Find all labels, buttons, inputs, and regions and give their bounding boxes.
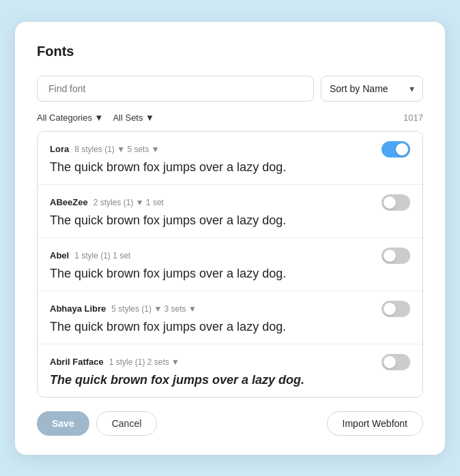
font-styles: 5 styles (1) ▼ 3 sets ▼ xyxy=(111,304,196,314)
font-styles: 1 style (1) 2 sets ▼ xyxy=(109,357,179,367)
font-item: Lora 8 styles (1) ▼ 5 sets ▼ The quick b… xyxy=(38,132,422,185)
font-name: Abel xyxy=(50,250,69,261)
toggle-thumb xyxy=(384,303,396,315)
fonts-dialog: Fonts Sort by Name ▾ All Categories ▼ Al… xyxy=(15,22,445,455)
font-meta-left: ABeeZee 2 styles (1) ▼ 1 set xyxy=(50,197,164,207)
font-toggle[interactable] xyxy=(382,248,410,264)
font-item: ABeeZee 2 styles (1) ▼ 1 set The quick b… xyxy=(38,185,422,238)
font-styles: 1 style (1) 1 set xyxy=(74,251,130,261)
font-list: Lora 8 styles (1) ▼ 5 sets ▼ The quick b… xyxy=(37,131,423,398)
filter-row: All Categories ▼ All Sets ▼ 1017 xyxy=(37,111,423,124)
toggle-thumb xyxy=(384,196,396,209)
toggle-thumb xyxy=(396,143,408,155)
font-item: Abhaya Libre 5 styles (1) ▼ 3 sets ▼ The… xyxy=(38,291,422,344)
font-meta-left: Abhaya Libre 5 styles (1) ▼ 3 sets ▼ xyxy=(50,303,197,314)
font-preview: The quick brown fox jumps over a lazy do… xyxy=(50,267,410,281)
font-styles: 2 styles (1) ▼ 1 set xyxy=(94,198,164,207)
font-meta-row: Lora 8 styles (1) ▼ 5 sets ▼ xyxy=(50,141,410,158)
font-toggle[interactable] xyxy=(382,141,410,158)
font-meta-row: Abel 1 style (1) 1 set xyxy=(50,248,410,264)
sets-filter[interactable]: All Sets ▼ xyxy=(113,111,154,124)
font-item: Abril Fatface 1 style (1) 2 sets ▼ The q… xyxy=(38,344,422,397)
footer-left: Save Cancel xyxy=(37,411,157,436)
dialog-title: Fonts xyxy=(37,44,423,59)
font-name: Abril Fatface xyxy=(50,357,104,367)
font-name: Lora xyxy=(50,144,69,154)
font-meta-left: Abel 1 style (1) 1 set xyxy=(50,250,130,261)
categories-filter[interactable]: All Categories ▼ xyxy=(37,111,103,124)
font-meta-row: Abril Fatface 1 style (1) 2 sets ▼ xyxy=(50,354,410,370)
font-toggle[interactable] xyxy=(382,354,410,370)
dialog-footer: Save Cancel Import Webfont xyxy=(37,411,423,436)
font-toggle[interactable] xyxy=(382,301,410,317)
sort-select[interactable]: Sort by Name ▾ xyxy=(321,76,423,102)
toggle-thumb xyxy=(384,356,396,368)
font-preview: The quick brown fox jumps over a lazy do… xyxy=(50,373,410,387)
cancel-button[interactable]: Cancel xyxy=(96,411,158,436)
font-meta-left: Abril Fatface 1 style (1) 2 sets ▼ xyxy=(50,357,179,367)
save-button[interactable]: Save xyxy=(37,411,89,436)
font-name: Abhaya Libre xyxy=(50,303,106,314)
font-preview: The quick brown fox jumps over a lazy do… xyxy=(50,160,410,175)
font-preview: The quick brown fox jumps over a lazy do… xyxy=(50,213,410,228)
search-input[interactable] xyxy=(37,76,314,102)
import-webfont-button[interactable]: Import Webfont xyxy=(327,411,423,436)
font-meta-left: Lora 8 styles (1) ▼ 5 sets ▼ xyxy=(50,144,160,154)
font-name: ABeeZee xyxy=(50,197,88,207)
sort-label: Sort by Name xyxy=(330,83,388,94)
filter-left: All Categories ▼ All Sets ▼ xyxy=(37,111,154,124)
font-styles: 8 styles (1) ▼ 5 sets ▼ xyxy=(74,145,159,154)
search-row: Sort by Name ▾ xyxy=(37,76,423,102)
font-count: 1017 xyxy=(403,113,423,123)
toggle-thumb xyxy=(384,250,396,262)
chevron-down-icon: ▾ xyxy=(409,83,414,94)
font-meta-row: Abhaya Libre 5 styles (1) ▼ 3 sets ▼ xyxy=(50,301,410,317)
font-meta-row: ABeeZee 2 styles (1) ▼ 1 set xyxy=(50,194,410,211)
font-item: Abel 1 style (1) 1 set The quick brown f… xyxy=(38,238,422,291)
font-preview: The quick brown fox jumps over a lazy do… xyxy=(50,320,410,334)
font-toggle[interactable] xyxy=(382,194,410,211)
